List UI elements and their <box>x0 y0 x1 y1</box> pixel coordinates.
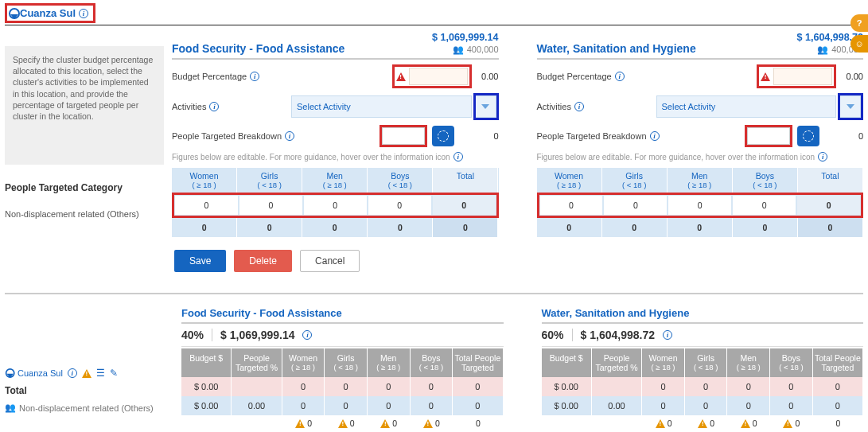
info-icon[interactable]: i <box>209 102 219 111</box>
activities-select[interactable]: Select Activity <box>656 95 837 118</box>
breakdown-footer-cell: 0 <box>237 218 302 237</box>
col-header: Women( ≥ 18 ) <box>172 168 237 193</box>
info-icon[interactable]: i <box>663 330 672 340</box>
summary-row: $ 0.0000000 <box>181 377 504 396</box>
summary-warn-cell <box>181 415 232 431</box>
info-icon[interactable]: i <box>79 9 88 18</box>
summary-cell: 0 <box>282 396 325 415</box>
summary-cluster-title: Water, Sanitation and Hygiene <box>542 307 864 324</box>
summary-warn-cell: 0 <box>325 415 368 431</box>
breakdown-cell[interactable]: 0 <box>668 195 732 216</box>
ptb-input-highlight <box>380 125 427 147</box>
col-header: Women( ≥ 18 ) <box>537 168 602 193</box>
summary-cell <box>592 377 642 396</box>
info-icon[interactable]: i <box>615 72 625 81</box>
gear-icon <box>803 130 814 142</box>
ptb-input[interactable] <box>747 127 790 145</box>
activities-select[interactable]: Select Activity <box>291 95 472 118</box>
summary-warn-cell <box>232 415 282 431</box>
warning-icon <box>698 419 707 428</box>
help-bubbles: ? ☺ <box>850 14 868 53</box>
summary-warn-cell: 0 <box>368 415 411 431</box>
breakdown-row: 00000 <box>537 193 864 218</box>
summary-cell: 0 <box>642 377 685 396</box>
breakdown-cell[interactable]: 0 <box>303 195 368 216</box>
warning-icon <box>295 419 305 428</box>
summary-warn-cell: 0 <box>813 415 863 431</box>
summary-row: $ 0.000.0000000 <box>542 396 864 415</box>
summary-cell: 0 <box>813 396 863 415</box>
budget-pct-input[interactable] <box>409 68 468 85</box>
info-icon[interactable]: i <box>650 131 660 141</box>
info-icon[interactable]: i <box>285 131 294 141</box>
info-icon[interactable]: i <box>574 102 584 111</box>
delete-button[interactable]: Delete <box>234 250 292 272</box>
summary-warning-row: 00000 <box>181 415 504 431</box>
summary-cell: 0 <box>411 396 453 415</box>
people-icon: 👥 <box>5 403 16 413</box>
cluster-panel: Water, Sanitation and Hygiene $ 1,604,99… <box>537 32 864 165</box>
col-header: Men( ≥ 18 ) <box>302 168 368 193</box>
summary-cell: 0 <box>770 396 813 415</box>
help-icon[interactable]: ? <box>850 14 868 32</box>
breakdown-footer-cell: 0 <box>537 218 602 237</box>
breakdown-footer: 00000 <box>537 218 864 237</box>
activities-label: Activities i <box>172 102 291 111</box>
budget-pct-input[interactable] <box>773 68 832 85</box>
col-header: Girls( < 18 ) <box>237 168 302 193</box>
summary-table: Water, Sanitation and Hygiene 60% $ 1,60… <box>542 307 864 431</box>
summary-col-header: Women( ≥ 18 ) <box>642 348 685 377</box>
list-icon[interactable]: ☰ <box>96 368 105 379</box>
breakdown-cell[interactable]: 0 <box>174 195 239 216</box>
summary-category-text: Non-displacement related (Others) <box>19 403 154 413</box>
summary-cell: $ 0.00 <box>542 377 592 396</box>
info-icon[interactable]: i <box>250 72 259 81</box>
col-header: Boys( < 18 ) <box>733 168 798 193</box>
warning-icon <box>82 369 91 378</box>
ptb-value: 0 <box>836 131 863 141</box>
info-icon[interactable]: i <box>302 330 312 340</box>
col-header: Boys( < 18 ) <box>368 168 433 193</box>
breakdown-footer-cell: 0 <box>733 218 798 237</box>
breakdown-cell[interactable]: 0 <box>603 195 668 216</box>
breakdown-cell[interactable]: 0 <box>239 195 303 216</box>
breakdown-header: Women( ≥ 18 )Girls( < 18 )Men( ≥ 18 )Boy… <box>172 168 499 193</box>
activities-label: Activities i <box>537 102 656 111</box>
cancel-button[interactable]: Cancel <box>300 250 360 272</box>
cluster-budget: $ 1,069,999.14 <box>432 32 498 45</box>
edit-icon[interactable]: ✎ <box>110 368 118 379</box>
summary-col-header: Girls( < 18 ) <box>685 348 728 377</box>
activities-dropdown-toggle[interactable] <box>476 95 496 118</box>
budget-pct-input-highlight <box>392 64 472 88</box>
ptb-settings-button[interactable] <box>432 126 454 146</box>
breakdown-cell[interactable]: 0 <box>539 195 604 216</box>
activities-dropdown-toggle[interactable] <box>840 95 861 118</box>
location-pin-icon <box>9 8 17 19</box>
budget-pct-label: Budget Percentage i <box>537 72 656 81</box>
feedback-icon[interactable]: ☺ <box>850 35 868 53</box>
breakdown-table: Women( ≥ 18 )Girls( < 18 )Men( ≥ 18 )Boy… <box>172 168 499 237</box>
summary-cell: 0.00 <box>592 396 642 415</box>
ptb-input[interactable] <box>382 127 425 145</box>
breakdown-cell[interactable]: 0 <box>732 195 796 216</box>
col-header-total: Total <box>798 168 863 193</box>
summary-row: $ 0.0000000 <box>542 377 864 396</box>
summary-col-header: Women( ≥ 18 ) <box>282 348 325 377</box>
info-icon[interactable]: i <box>818 152 827 162</box>
breakdown-cell[interactable]: 0 <box>368 195 432 216</box>
summary-cell: 0.00 <box>232 396 282 415</box>
save-button[interactable]: Save <box>174 250 226 272</box>
chevron-down-icon <box>847 104 854 109</box>
summary-pct: 60% <box>542 329 573 341</box>
info-icon[interactable]: i <box>68 368 77 378</box>
summary-cell: 0 <box>453 377 503 396</box>
summary-warn-cell: 0 <box>685 415 728 431</box>
summary-col-header: Budget $ <box>542 348 592 377</box>
ptb-settings-button[interactable] <box>797 126 819 146</box>
breakdown-footer: 00000 <box>172 218 499 237</box>
summary-cell: 0 <box>642 396 685 415</box>
summary-cell: 0 <box>770 377 813 396</box>
summary-cell: $ 0.00 <box>181 377 232 396</box>
summary-col-header: Men( ≥ 18 ) <box>727 348 770 377</box>
info-icon[interactable]: i <box>453 152 463 162</box>
